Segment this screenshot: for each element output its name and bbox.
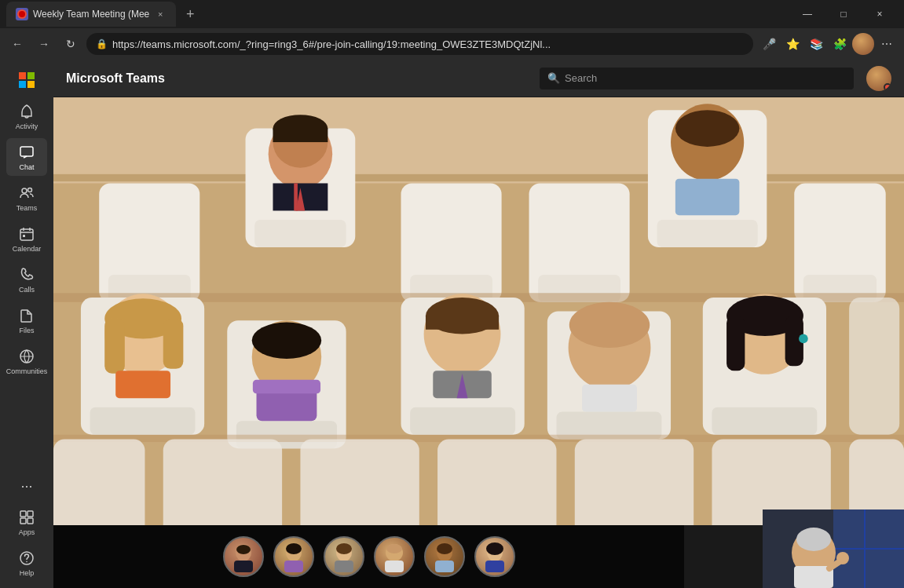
- search-icon: 🔍: [547, 72, 560, 84]
- svg-rect-82: [575, 440, 694, 525]
- back-button[interactable]: ←: [6, 33, 28, 55]
- teams-main: Microsoft Teams 🔍 Search: [53, 60, 904, 588]
- svg-rect-9: [20, 229, 33, 240]
- browser-chrome: Weekly Team Meeting (Mee × + — □ × ← → ↻…: [0, 0, 904, 60]
- tab-close-button[interactable]: ×: [154, 8, 167, 20]
- calls-label: Calls: [19, 286, 35, 294]
- participant-1[interactable]: [223, 536, 264, 577]
- browser-menu-button[interactable]: ⋯: [876, 33, 898, 55]
- svg-rect-76: [849, 298, 899, 435]
- url-text: https://teams.microsoft.com/_?ring=ring3…: [112, 38, 744, 50]
- svg-rect-49: [163, 319, 184, 369]
- new-tab-button[interactable]: +: [179, 3, 201, 25]
- activity-icon: [17, 102, 36, 121]
- svg-point-7: [22, 188, 27, 193]
- self-video-svg: [763, 509, 904, 588]
- app-title: Microsoft Teams: [66, 71, 165, 86]
- close-button[interactable]: ×: [862, 2, 898, 27]
- browser-profile-avatar[interactable]: [852, 33, 874, 55]
- svg-rect-68: [582, 385, 637, 412]
- svg-rect-40: [675, 179, 740, 216]
- participant-6[interactable]: [474, 536, 515, 577]
- svg-rect-14: [20, 518, 26, 524]
- forward-button[interactable]: →: [33, 33, 55, 55]
- svg-rect-99: [435, 561, 454, 572]
- teams-sidebar: Activity Chat Teams: [0, 60, 53, 588]
- files-icon: [17, 306, 36, 325]
- url-bar[interactable]: 🔒 https://teams.microsoft.com/_?ring=rin…: [86, 33, 753, 55]
- svg-rect-4: [19, 81, 26, 88]
- svg-rect-6: [20, 147, 33, 156]
- sidebar-item-help[interactable]: Help: [6, 544, 47, 582]
- svg-rect-45: [90, 407, 196, 435]
- svg-rect-50: [115, 371, 170, 398]
- participant-3[interactable]: [324, 536, 364, 577]
- participant-2[interactable]: [273, 536, 314, 577]
- collections-icon[interactable]: 📚: [805, 33, 827, 55]
- svg-point-86: [236, 545, 251, 554]
- sidebar-item-chat[interactable]: Chat: [6, 138, 47, 176]
- svg-point-101: [486, 542, 503, 555]
- self-video-thumbnail[interactable]: [763, 509, 904, 588]
- svg-rect-2: [19, 72, 26, 79]
- auditorium-svg: [53, 97, 904, 525]
- svg-point-39: [675, 110, 740, 147]
- svg-point-1: [19, 11, 25, 17]
- more-icon: ···: [17, 477, 36, 495]
- svg-point-75: [799, 334, 808, 344]
- sidebar-item-more[interactable]: ···: [6, 472, 47, 500]
- sidebar-item-files[interactable]: Files: [6, 301, 47, 339]
- teams-header: Microsoft Teams 🔍 Search: [53, 60, 904, 97]
- svg-point-95: [386, 544, 402, 553]
- svg-rect-56: [253, 380, 320, 393]
- search-bar[interactable]: 🔍 Search: [540, 68, 854, 89]
- auditorium-background: [53, 97, 904, 525]
- svg-rect-28: [273, 129, 328, 142]
- search-placeholder-text: Search: [565, 72, 597, 84]
- address-actions: 🎤 ⭐ 📚 🧩 ⋯: [758, 33, 898, 55]
- sidebar-item-teams[interactable]: Teams: [6, 179, 47, 217]
- minimize-button[interactable]: —: [789, 2, 825, 27]
- svg-rect-70: [712, 407, 817, 435]
- sidebar-item-calls[interactable]: Calls: [6, 261, 47, 298]
- svg-rect-20: [53, 174, 904, 181]
- svg-rect-12: [20, 511, 26, 517]
- sidebar-item-activity[interactable]: Activity: [6, 97, 47, 135]
- window-controls: — □ ×: [789, 2, 898, 27]
- files-label: Files: [19, 327, 34, 334]
- lock-icon: 🔒: [96, 38, 108, 49]
- participants-strip: [53, 525, 684, 588]
- help-icon: [17, 549, 36, 568]
- sidebar-item-apps[interactable]: Apps: [6, 503, 47, 541]
- sidebar-item-calendar[interactable]: Calendar: [6, 220, 47, 257]
- sidebar-item-communities[interactable]: Communities: [6, 342, 47, 380]
- calls-icon: [17, 265, 36, 284]
- svg-rect-80: [300, 440, 419, 525]
- svg-rect-102: [485, 561, 504, 572]
- svg-rect-19: [53, 97, 904, 183]
- svg-rect-58: [410, 407, 515, 435]
- activity-label: Activity: [16, 122, 38, 130]
- participant-4[interactable]: [374, 536, 415, 577]
- svg-point-92: [336, 543, 352, 554]
- svg-point-111: [836, 552, 849, 564]
- svg-rect-3: [27, 72, 35, 79]
- svg-point-89: [286, 543, 302, 554]
- user-profile-button[interactable]: [866, 66, 891, 91]
- meeting-view: [53, 97, 904, 588]
- svg-point-67: [569, 302, 650, 348]
- tab-bar: Weekly Team Meeting (Mee × + — □ ×: [0, 0, 904, 28]
- svg-rect-90: [284, 561, 303, 572]
- svg-rect-48: [104, 319, 125, 374]
- microsoft-teams-logo-icon: [17, 71, 36, 89]
- favorites-icon[interactable]: ⭐: [781, 33, 803, 55]
- maximize-button[interactable]: □: [825, 2, 862, 27]
- participant-5[interactable]: [424, 536, 465, 577]
- tab-title: Weekly Team Meeting (Mee: [33, 9, 149, 20]
- extensions-icon[interactable]: 🧩: [829, 33, 851, 55]
- active-tab[interactable]: Weekly Team Meeting (Mee ×: [6, 2, 176, 27]
- svg-rect-61: [426, 316, 499, 329]
- refresh-button[interactable]: ↻: [60, 33, 82, 55]
- mic-icon[interactable]: 🎤: [758, 33, 780, 55]
- svg-rect-73: [726, 316, 745, 371]
